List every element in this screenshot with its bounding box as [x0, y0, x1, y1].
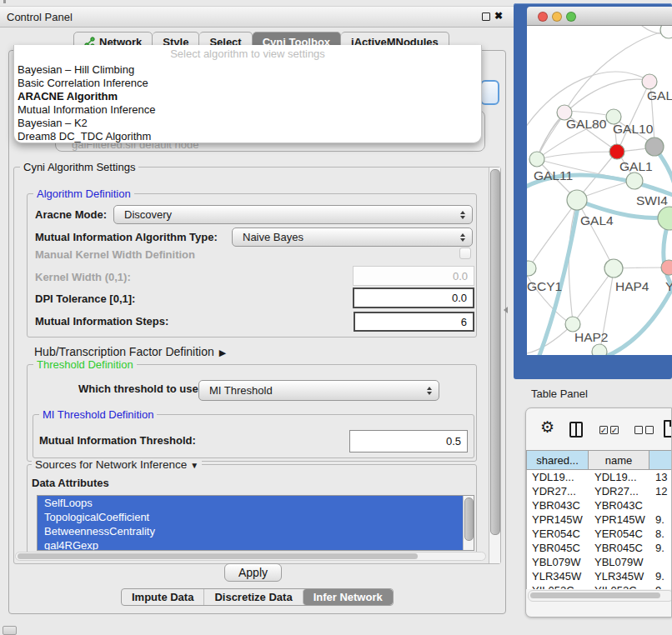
network-node-hap4[interactable]	[604, 259, 623, 278]
network-node[interactable]	[609, 144, 624, 159]
algorithm-option-dream8-dc-tdc-algorithm[interactable]: Dream8 DC_TDC Algorithm	[18, 130, 478, 143]
algorithm-option-aracne-algorithm[interactable]: ARACNE Algorithm	[18, 90, 478, 103]
close-icon[interactable]: ✖	[494, 10, 503, 22]
settings-scrollbar[interactable]	[489, 168, 500, 563]
network-canvas[interactable]: GALGAL80GAL10GAL11GAL1SWI4GAL4GCY1HAP4YH…	[527, 26, 672, 355]
algorithm-option-bayesian-k2[interactable]: Bayesian – K2	[18, 117, 478, 130]
hub-definition-toggle[interactable]: Hub/Transcription Factor Definition▶	[34, 345, 226, 358]
table-cell: YPR145W	[527, 512, 589, 527]
minimize-traffic-light-icon[interactable]	[552, 12, 562, 22]
network-node[interactable]	[592, 344, 607, 355]
network-node-gal[interactable]	[642, 74, 657, 89]
sources-title: Sources for Network Inference	[35, 458, 187, 471]
network-edge-thick[interactable]	[604, 282, 672, 355]
network-node-y[interactable]	[661, 260, 672, 275]
panel-title: Control Panel	[7, 11, 73, 23]
network-edge[interactable]	[566, 111, 612, 116]
network-edge[interactable]	[537, 152, 615, 159]
mi-type-label: Mutual Information Algorithm Type:	[35, 231, 218, 243]
deselect-all-icon[interactable]	[634, 426, 654, 434]
bottom-tab-impute-data[interactable]: Impute Data	[122, 589, 203, 605]
table-cell: YDL19...	[589, 470, 650, 484]
column-header-name[interactable]: name	[589, 450, 649, 470]
data-attributes-list[interactable]: SelfLoopsTopologicalCoefficientBetweenne…	[37, 495, 474, 551]
gear-icon[interactable]: ⚙	[540, 419, 554, 435]
settings-hscrollbar-thumb[interactable]	[18, 553, 418, 559]
table-hscrollbar[interactable]	[528, 590, 672, 602]
bottom-tab-infer-network[interactable]: Infer Network	[303, 589, 393, 605]
table-row[interactable]: YBL079WYBL079W	[527, 555, 672, 569]
mi-type-select[interactable]: Naive Bayes	[232, 228, 473, 247]
panel-collapse-arrow-icon[interactable]	[504, 307, 508, 313]
table-row[interactable]: YBR043CYBR043C	[527, 498, 672, 512]
table-cell: YDR27...	[527, 484, 589, 498]
apply-button[interactable]: Apply	[224, 563, 282, 582]
attribute-item-topologicalcoefficient[interactable]: TopologicalCoefficient	[38, 510, 474, 524]
algorithm-option-basic-correlation-inference[interactable]: Basic Correlation Inference	[18, 77, 478, 90]
column-header-shared-[interactable]: shared...	[526, 450, 589, 470]
split-columns-icon[interactable]	[569, 422, 583, 438]
screen: Control Panel ✖ NetworkStyleSelectCyni T…	[0, 0, 672, 635]
select-all-icon[interactable]: ✓✓	[599, 426, 619, 434]
network-node-gal1[interactable]	[626, 172, 643, 189]
attribute-item-betweennesscentrality[interactable]: BetweennessCentrality	[38, 524, 474, 538]
network-titlebar[interactable]	[527, 7, 672, 26]
table-row[interactable]: YBR045CYBR045C9.	[527, 541, 672, 555]
aracne-mode-value: Discovery	[124, 208, 172, 221]
aracne-mode-select[interactable]: Discovery	[113, 205, 473, 224]
table-row[interactable]: YPR145WYPR145W9.	[527, 512, 672, 527]
network-node-swi4[interactable]	[658, 207, 672, 230]
threshold-definition-title: Threshold Definition	[33, 358, 137, 371]
network-node[interactable]	[660, 26, 672, 38]
table-panel-title: Table Panel	[531, 388, 588, 400]
attributes-list-scrollbar[interactable]	[463, 496, 474, 550]
network-node-gal4[interactable]	[567, 190, 587, 210]
settings-hscrollbar[interactable]	[15, 552, 486, 561]
network-node-gcy1[interactable]	[527, 261, 536, 276]
sources-toggle[interactable]: Sources for Network Inference▼	[32, 458, 202, 471]
table-cell: YBR043C	[589, 498, 650, 512]
float-window-icon[interactable]	[482, 12, 490, 21]
table-row[interactable]: YLR345WYLR345W9.	[527, 569, 672, 583]
network-node-gal11[interactable]	[529, 152, 544, 167]
settings-scrollbar-thumb[interactable]	[490, 169, 500, 535]
bottom-tab-discretize-data[interactable]: Discretize Data	[203, 589, 302, 605]
column-header-col2[interactable]	[649, 450, 672, 470]
network-edge[interactable]	[619, 84, 649, 149]
algorithm-dropdown-list: Bayesian – Hill ClimbingBasic Correlatio…	[18, 63, 478, 143]
algorithm-dropdown: Select algorithm to view settings Bayesi…	[13, 45, 482, 143]
combo-arrows-icon	[460, 211, 465, 219]
network-node[interactable]	[645, 138, 664, 156]
taskbar-icon[interactable]	[3, 626, 17, 635]
kernel-width-input[interactable]	[353, 266, 474, 286]
which-threshold-select[interactable]: MI Threshold	[198, 380, 439, 401]
network-edge[interactable]	[538, 115, 564, 157]
table-cell: YDL19...	[527, 470, 589, 484]
table-cell: YBR043C	[527, 498, 589, 512]
attribute-item-gal4rgexp[interactable]: gal4RGexp	[38, 538, 474, 551]
table-hscrollbar-thumb[interactable]	[530, 592, 660, 598]
attributes-scrollbar-thumb[interactable]	[464, 498, 474, 541]
close-traffic-light-icon[interactable]	[538, 12, 548, 22]
manual-kernel-checkbox[interactable]	[459, 248, 471, 259]
document-icon[interactable]	[664, 420, 672, 438]
network-edge[interactable]	[616, 268, 667, 268]
table-row[interactable]: YIL052CYIL052C9	[527, 583, 672, 589]
node-label-gcy1: GCY1	[527, 279, 562, 293]
table-cell: 9	[650, 583, 672, 589]
dpi-tolerance-input[interactable]	[353, 288, 474, 308]
attribute-item-selfloops[interactable]: SelfLoops	[38, 496, 474, 510]
zoom-traffic-light-icon[interactable]	[566, 12, 576, 22]
network-edge[interactable]	[579, 181, 632, 198]
table-row[interactable]: YER054CYER054C8.	[527, 527, 672, 541]
table-row[interactable]: YDL19...YDL19...13	[527, 470, 672, 484]
algorithm-option-bayesian-hill-climbing[interactable]: Bayesian – Hill Climbing	[18, 63, 478, 77]
table-row[interactable]: YDR27...YDR27...12	[527, 484, 672, 498]
mi-steps-input[interactable]	[354, 312, 474, 332]
table-cell: YER054C	[527, 527, 589, 541]
table-cell: YLR345W	[589, 569, 650, 583]
mi-threshold-input[interactable]	[349, 430, 468, 452]
algorithm-option-mutual-information-inference[interactable]: Mutual Information Inference	[18, 103, 478, 117]
control-panel-titlebar: Control Panel ✖	[0, 6, 515, 28]
mi-type-value: Naive Bayes	[243, 231, 303, 243]
